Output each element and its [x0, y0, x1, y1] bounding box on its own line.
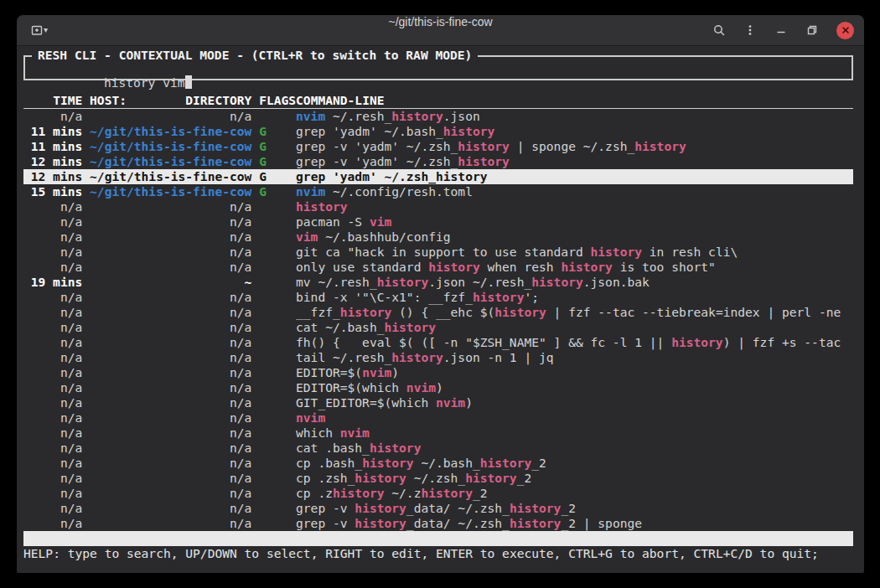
row-time: n/a	[23, 426, 82, 441]
history-row[interactable]: n/an/awhich nvim	[23, 426, 853, 441]
row-host: ~/git/this-is-fine-cow	[90, 184, 251, 199]
history-row[interactable]: n/an/abind -x '"\C-x1": __fzf_history';	[23, 290, 853, 305]
row-flags	[259, 486, 296, 501]
history-row[interactable]: n/an/afh() { eval $( ([ -n "$ZSH_NAME" ]…	[23, 335, 853, 350]
history-row[interactable]: 15 mins~/git/this-is-fine-cowGnvim ~/.co…	[23, 184, 853, 199]
search-button[interactable]	[712, 23, 726, 37]
header-flags: FLAGS	[259, 93, 296, 108]
history-row[interactable]: n/an/aEDITOR=$(which nvim)	[23, 380, 853, 395]
history-row[interactable]: n/an/ahistory	[23, 199, 853, 214]
menu-button[interactable]	[743, 23, 757, 37]
row-time: 11 mins	[23, 124, 82, 139]
row-command: grep -v 'yadm' ~/.zsh_history	[296, 154, 853, 169]
row-flags	[259, 456, 296, 471]
chevron-down-icon: ▾	[44, 26, 48, 34]
row-command: only use standard history when resh hist…	[296, 260, 853, 275]
restore-button[interactable]	[805, 23, 819, 37]
row-command: cat ~/.bash_history	[296, 320, 853, 335]
row-flags	[259, 380, 296, 395]
row-host: n/a	[90, 441, 251, 456]
history-row[interactable]: n/an/agrep -v history_data/ ~/.zsh_histo…	[23, 516, 853, 531]
history-row[interactable]: n/an/atail ~/.resh_history.json -n 1 | j…	[23, 350, 853, 365]
row-flags: G	[259, 139, 296, 154]
row-host: n/a	[90, 335, 251, 350]
row-command: grep -v 'yadm' ~/.zsh_history | sponge ~…	[296, 139, 853, 154]
history-row[interactable]: n/an/aonly use standard history when res…	[23, 260, 853, 275]
row-time: n/a	[23, 350, 82, 365]
history-row[interactable]: n/an/apacman -S vim	[23, 214, 853, 230]
row-time: n/a	[23, 320, 82, 335]
row-host: n/a	[90, 426, 251, 441]
minimize-button[interactable]	[774, 23, 788, 37]
row-flags	[259, 350, 296, 365]
window-titlebar[interactable]: ▾ ~/git/this-is-fine-cow	[17, 15, 864, 46]
history-row[interactable]: n/an/aGIT_EDITOR=$(which nvim)	[23, 395, 853, 410]
history-row[interactable]: n/an/avim ~/.bashhub/config	[23, 230, 853, 245]
history-row[interactable]: n/an/agit ca "hack in support to use sta…	[23, 245, 853, 260]
row-time: n/a	[23, 456, 82, 471]
history-row[interactable]: n/an/agrep -v history_data/ ~/.zsh_histo…	[23, 501, 853, 516]
history-row[interactable]: n/an/acp .bash_history ~/.bash_history_2	[23, 456, 853, 471]
row-time: n/a	[23, 305, 82, 320]
history-row[interactable]: n/an/anvim	[23, 410, 853, 426]
history-row[interactable]: n/an/a__fzf_history () { __ehc $(history…	[23, 305, 853, 320]
row-command: which nvim	[296, 426, 853, 441]
help-line: HELP: type to search, UP/DOWN to select,…	[23, 546, 853, 561]
row-flags	[259, 230, 296, 245]
history-row[interactable]: n/an/anvim ~/.resh_history.json	[23, 109, 853, 124]
row-flags	[259, 245, 296, 260]
kebab-menu-icon	[743, 23, 757, 37]
row-flags: G	[259, 169, 296, 184]
row-flags	[259, 260, 296, 275]
row-time: n/a	[23, 501, 82, 516]
row-flags	[259, 516, 296, 531]
history-row[interactable]: 11 mins~/git/this-is-fine-cowGgrep -v 'y…	[23, 139, 853, 154]
resh-mode-title: RESH CLI - CONTEXTUAL MODE - (CTRL+R to …	[32, 48, 478, 63]
row-command: cp .bash_history ~/.bash_history_2	[296, 456, 853, 471]
history-row[interactable]: 12 mins~/git/this-is-fine-cowGgrep -v 'y…	[23, 154, 853, 169]
row-host: n/a	[90, 320, 251, 335]
history-row[interactable]: n/an/acp .zhistory ~/.zhistory_2	[23, 486, 853, 501]
row-time: n/a	[23, 486, 82, 501]
history-row-selected[interactable]: 12 mins~/git/this-is-fine-cowGgrep 'yadm…	[23, 169, 853, 184]
row-time: n/a	[23, 380, 82, 395]
row-command: tail ~/.resh_history.json -n 1 | jq	[296, 350, 853, 365]
row-time: n/a	[23, 365, 82, 380]
minimize-icon	[774, 23, 788, 37]
row-time: 19 mins	[23, 275, 82, 290]
row-command: cat .bash_history	[296, 441, 853, 456]
row-host: n/a	[90, 260, 251, 275]
row-host: n/a	[90, 290, 251, 305]
row-time: n/a	[23, 410, 82, 426]
new-tab-button[interactable]: ▾	[30, 23, 48, 37]
history-row[interactable]: n/an/aEDITOR=$(nvim)	[23, 365, 853, 380]
new-tab-icon	[30, 23, 44, 37]
row-host: ~/git/this-is-fine-cow	[90, 139, 251, 154]
row-host: n/a	[90, 456, 251, 471]
row-flags	[259, 109, 296, 124]
row-host: n/a	[90, 471, 251, 486]
row-command: nvim	[296, 410, 853, 426]
history-row[interactable]: n/an/acat ~/.bash_history	[23, 320, 853, 335]
row-flags	[259, 365, 296, 380]
row-time: 12 mins	[23, 154, 82, 169]
row-time: 11 mins	[23, 139, 82, 154]
resh-search-box: RESH CLI - CONTEXTUAL MODE - (CTRL+R to …	[23, 55, 853, 80]
row-host: n/a	[90, 350, 251, 365]
history-row[interactable]: n/an/acat .bash_history	[23, 441, 853, 456]
row-flags	[259, 426, 296, 441]
row-flags: G	[259, 184, 296, 199]
row-time: n/a	[23, 230, 82, 245]
history-row[interactable]: n/an/acp .zsh_history ~/.zsh_history_2	[23, 471, 853, 486]
row-host: n/a	[90, 109, 251, 124]
history-row[interactable]: 19 mins~mv ~/.resh_history.json ~/.resh_…	[23, 275, 853, 290]
row-command: vim ~/.bashhub/config	[296, 230, 853, 245]
row-host: n/a	[90, 410, 251, 426]
history-list: n/an/anvim ~/.resh_history.json11 mins~/…	[23, 109, 853, 531]
row-host: ~/git/this-is-fine-cow	[90, 169, 251, 184]
close-button[interactable]	[836, 22, 854, 39]
history-row[interactable]: 11 mins~/git/this-is-fine-cowGgrep 'yadm…	[23, 124, 853, 139]
row-host: ~	[90, 275, 251, 290]
row-flags	[259, 501, 296, 516]
table-header: TIME HOST: DIRECTORY FLAGS COMMAND-LINE	[23, 93, 853, 109]
